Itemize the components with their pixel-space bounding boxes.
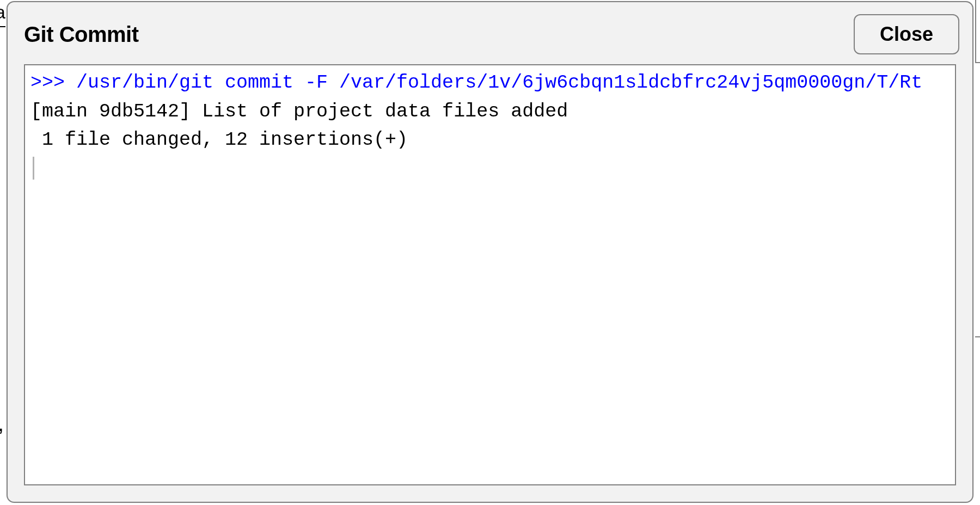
output-line: [main 9db5142] List of project data file… <box>30 101 568 122</box>
command-output-text: >>> /usr/bin/git commit -F /var/folders/… <box>25 65 955 186</box>
background-fragment <box>0 26 5 27</box>
dialog-title: Git Commit <box>24 22 139 47</box>
command-output-panel[interactable]: >>> /usr/bin/git commit -F /var/folders/… <box>24 64 956 485</box>
git-commit-dialog: Git Commit Close >>> /usr/bin/git commit… <box>7 1 973 503</box>
close-button[interactable]: Close <box>854 14 959 54</box>
background-scrollbar-fragment <box>975 0 980 63</box>
dialog-header: Git Commit Close <box>8 2 972 64</box>
background-fragment: , <box>0 411 4 436</box>
text-cursor <box>33 157 34 180</box>
command-line: >>> /usr/bin/git commit -F /var/folders/… <box>30 72 922 94</box>
background-fragment: a <box>0 2 5 23</box>
output-line: 1 file changed, 12 insertions(+) <box>30 129 408 151</box>
background-fragment <box>975 336 980 337</box>
